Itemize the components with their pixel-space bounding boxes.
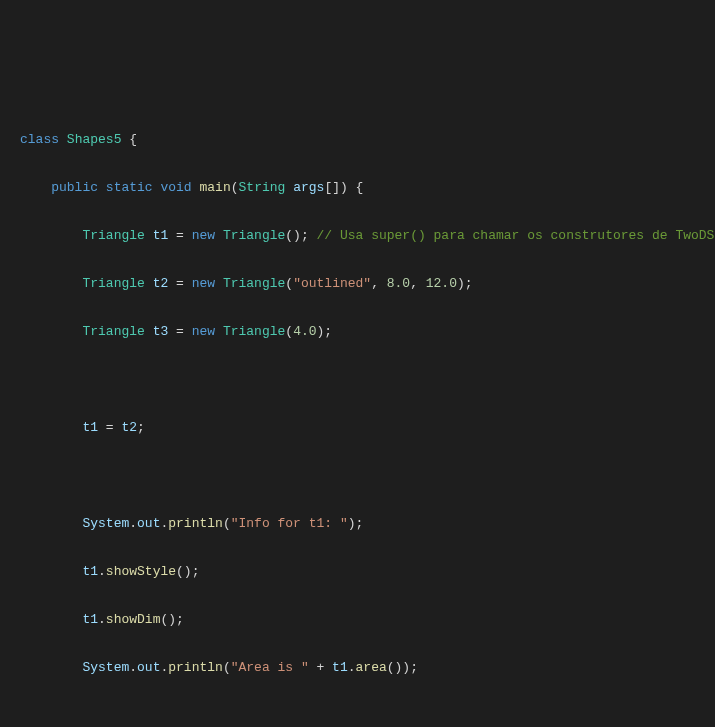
paren: ( [223,660,231,675]
type-string: String [239,180,286,195]
paren: ( [223,516,231,531]
code-line[interactable]: t1.showDim(); [20,608,715,632]
paren: ) [340,180,348,195]
dot: . [98,612,106,627]
paren: ); [457,276,473,291]
assign: = [168,276,191,291]
number-literal: 4.0 [293,324,316,339]
method-showstyle: showStyle [106,564,176,579]
code-line[interactable]: Triangle t3 = new Triangle(4.0); [20,320,715,344]
keyword-static: static [106,180,153,195]
var-t3: t3 [153,324,169,339]
method-area: area [356,660,387,675]
method-println: println [168,516,223,531]
var-t2: t2 [153,276,169,291]
keyword-new: new [192,228,215,243]
brackets: [] [324,180,340,195]
paren: ()); [387,660,418,675]
method-println: println [168,660,223,675]
param-args: args [293,180,324,195]
paren: ); [348,516,364,531]
out: out [137,660,160,675]
system: System [82,516,129,531]
keyword-class: class [20,132,59,147]
keyword-void: void [160,180,191,195]
dot: . [129,516,137,531]
plus: + [309,660,332,675]
comma: , [410,276,426,291]
system: System [82,660,129,675]
number-literal: 12.0 [426,276,457,291]
parens: (); [285,228,308,243]
string-literal: "Info for t1: " [231,516,348,531]
class-name: Shapes5 [67,132,122,147]
code-line[interactable] [20,368,715,392]
code-editor[interactable]: class Shapes5 { public static void main(… [0,96,715,727]
code-line[interactable]: System.out.println("Area is " + t1.area(… [20,656,715,680]
comma: , [371,276,387,291]
var-t1: t1 [82,564,98,579]
type-triangle: Triangle [82,324,144,339]
assign: = [168,324,191,339]
code-line[interactable]: Triangle t1 = new Triangle(); // Usa sup… [20,224,715,248]
brace: { [348,180,364,195]
code-line[interactable] [20,704,715,727]
keyword-new: new [192,276,215,291]
number-literal: 8.0 [387,276,410,291]
method-main: main [200,180,231,195]
type-triangle: Triangle [82,276,144,291]
dot: . [129,660,137,675]
var-t1: t1 [332,660,348,675]
code-line[interactable]: System.out.println("Info for t1: "); [20,512,715,536]
code-line[interactable]: class Shapes5 { [20,128,715,152]
code-line[interactable] [20,464,715,488]
paren: ( [285,276,293,291]
out: out [137,516,160,531]
dot: . [348,660,356,675]
ctor-triangle: Triangle [223,228,285,243]
brace: { [121,132,137,147]
keyword-public: public [51,180,98,195]
method-showdim: showDim [106,612,161,627]
code-line[interactable]: t1 = t2; [20,416,715,440]
paren: ); [317,324,333,339]
string-literal: "Area is " [231,660,309,675]
ctor-triangle: Triangle [223,324,285,339]
paren: ( [231,180,239,195]
string-literal: "outlined" [293,276,371,291]
var-t1: t1 [82,420,98,435]
keyword-new: new [192,324,215,339]
paren: ( [285,324,293,339]
var-t2: t2 [121,420,137,435]
semi: ; [137,420,145,435]
code-line[interactable]: Triangle t2 = new Triangle("outlined", 8… [20,272,715,296]
parens: (); [160,612,183,627]
assign: = [98,420,121,435]
var-t1: t1 [82,612,98,627]
comment: // Usa super() para chamar os construtor… [309,228,715,243]
code-line[interactable]: t1.showStyle(); [20,560,715,584]
assign: = [168,228,191,243]
ctor-triangle: Triangle [223,276,285,291]
var-t1: t1 [153,228,169,243]
parens: (); [176,564,199,579]
type-triangle: Triangle [82,228,144,243]
code-line[interactable]: public static void main(String args[]) { [20,176,715,200]
dot: . [98,564,106,579]
